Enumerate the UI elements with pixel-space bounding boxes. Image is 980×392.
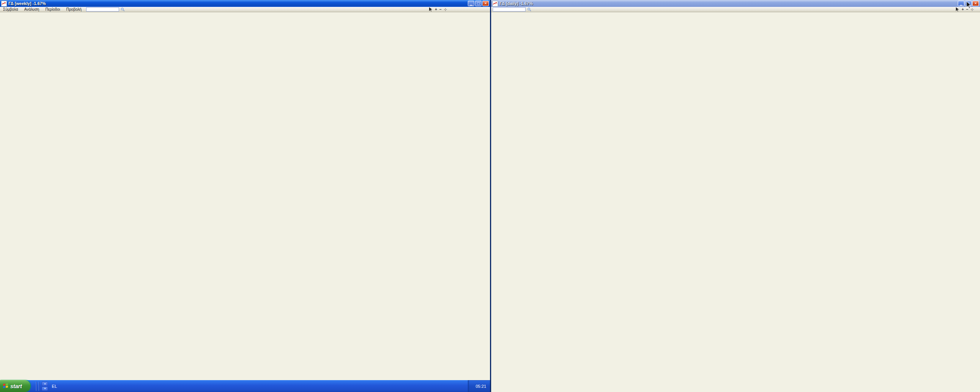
menu-item-0[interactable]: Σύμβολα	[0, 7, 21, 11]
maximize-button[interactable]: ▢	[475, 1, 482, 6]
taskbar-clock[interactable]: 05:21	[475, 384, 486, 389]
chart-app-icon	[492, 1, 498, 7]
menu-item-2[interactable]: Περίοδοι	[42, 7, 63, 11]
menubar-daily: + − ⊹	[491, 7, 980, 12]
window-title: ΓΔ [daily] -1.67%	[500, 1, 533, 6]
system-tray: 05:21	[468, 380, 490, 392]
pointer-tool-icon[interactable]	[956, 7, 959, 11]
chart-app-icon	[1, 1, 7, 7]
zoom-out-tool-icon[interactable]: −	[439, 7, 442, 11]
titlebar-daily[interactable]: ΓΔ [daily] -1.67% ▁ ▢ ✕	[491, 0, 980, 7]
window-weekly: ΓΔ [weekly] -1.67% ▁ ▢ ✕ ΣύμβολαΑνάλυσηΠ…	[0, 0, 490, 380]
start-label: start	[10, 383, 22, 389]
desktop: ΓΔ [weekly] -1.67% ▁ ▢ ✕ ΣύμβολαΑνάλυσηΠ…	[0, 0, 980, 392]
search-icon[interactable]	[527, 7, 531, 11]
titlebar-weekly[interactable]: ΓΔ [weekly] -1.67% ▁ ▢ ✕	[0, 0, 490, 7]
language-indicator[interactable]: EL	[52, 384, 57, 389]
mouse-cursor	[966, 2, 972, 9]
close-button[interactable]: ✕	[972, 1, 979, 6]
taskbar: start ▲▼ EL 05:21	[0, 380, 490, 392]
symbol-search-input[interactable]	[86, 7, 119, 11]
taskband-scroll[interactable]: ▲▼	[42, 382, 48, 391]
menubar-weekly: ΣύμβολαΑνάλυσηΠερίοδοιΠροβολή + − ⊹	[0, 7, 490, 12]
crosshair-tool-icon[interactable]: ⊹	[444, 7, 447, 11]
zoom-in-tool-icon[interactable]: +	[435, 7, 437, 11]
close-button[interactable]: ✕	[482, 1, 489, 6]
minimize-button[interactable]: ▁	[468, 1, 474, 6]
search-icon[interactable]	[121, 7, 125, 11]
windows-flag-icon	[3, 383, 8, 389]
menu-item-1[interactable]: Ανάλυση	[21, 7, 42, 11]
window-title: ΓΔ [weekly] -1.67%	[8, 1, 46, 6]
window-daily: ΓΔ [daily] -1.67% ▁ ▢ ✕ + − ⊹	[491, 0, 980, 392]
pointer-tool-icon[interactable]	[429, 7, 433, 11]
minimize-button[interactable]: ▁	[958, 1, 964, 6]
symbol-search-input[interactable]	[493, 7, 526, 11]
menu-item-3[interactable]: Προβολή	[63, 7, 85, 11]
zoom-in-tool-icon[interactable]: +	[962, 7, 964, 11]
start-button[interactable]: start	[0, 380, 30, 392]
